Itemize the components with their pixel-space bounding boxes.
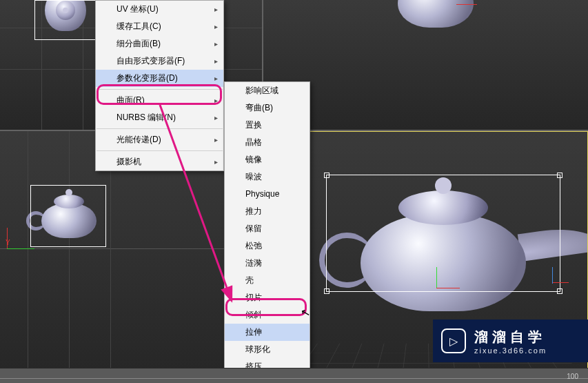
submenu-item-stretch[interactable]: 拉伸 [225, 324, 310, 341]
menu-item-label: 切片 [245, 293, 262, 302]
parametric-deformers-submenu[interactable]: 影响区域 弯曲(B) 置换 晶格 镜像 噪波 Physique 推力 保留 松弛… [224, 81, 310, 383]
menu-item-label: 摄影机 [116, 157, 141, 166]
timeline-tick: 100 [567, 373, 578, 380]
menu-separator [97, 128, 223, 129]
submenu-item-displace[interactable]: 置换 [225, 117, 310, 134]
app-stage: Y UV 坐标(U) 缓存工具(C) 细分曲面(B) 自由形式变形器(F) 参数… [0, 0, 588, 383]
menu-item-subdiv[interactable]: 细分曲面(B) [96, 35, 223, 52]
submenu-item-preserve[interactable]: 保留 [225, 220, 310, 237]
watermark: ▷ 溜溜自学 zixue.3d66.com [433, 320, 588, 362]
menu-item-label: Physique [245, 189, 279, 199]
submenu-item-relax[interactable]: 松弛 [225, 237, 310, 255]
timeline[interactable]: 100 [0, 368, 588, 383]
submenu-item-mirror[interactable]: 镜像 [225, 151, 310, 168]
menu-item-label: 缓存工具(C) [116, 21, 161, 31]
menu-item-cache-tools[interactable]: 缓存工具(C) [96, 18, 223, 35]
menu-item-label: 倾斜 [245, 310, 262, 320]
menu-item-ffd[interactable]: 自由形式变形器(F) [96, 52, 223, 70]
menu-item-label: 保留 [245, 224, 262, 233]
play-icon: ▷ [441, 328, 466, 353]
submenu-item-slice[interactable]: 切片 [225, 289, 310, 306]
selection-frame [34, 0, 97, 40]
menu-item-label: 参数化变形器(D) [116, 73, 178, 83]
menu-item-label: 推力 [245, 206, 262, 216]
menu-item-label: 细分曲面(B) [116, 39, 161, 48]
menu-item-label: UV 坐标(U) [116, 4, 159, 14]
menu-item-uv[interactable]: UV 坐标(U) [96, 1, 223, 18]
menu-item-label: NURBS 编辑(N) [116, 112, 176, 122]
selection-bounds [326, 175, 560, 292]
menu-item-label: 曲面(R) [116, 95, 145, 105]
submenu-item-noise[interactable]: 噪波 [225, 168, 310, 186]
watermark-url: zixue.3d66.com [474, 346, 547, 355]
menu-item-nurbs[interactable]: NURBS 编辑(N) [96, 109, 223, 126]
menu-item-label: 松弛 [245, 241, 262, 251]
modifier-menu[interactable]: UV 坐标(U) 缓存工具(C) 细分曲面(B) 自由形式变形器(F) 参数化变… [95, 0, 224, 171]
menu-item-label: 自由形式变形器(F) [116, 56, 185, 66]
submenu-item-ripple[interactable]: 涟漪 [225, 255, 310, 272]
menu-item-label: 晶格 [245, 137, 262, 147]
submenu-item-skew[interactable]: 倾斜 [225, 306, 310, 324]
menu-separator [97, 89, 223, 90]
menu-item-label: 拉伸 [245, 327, 262, 337]
submenu-item-spherify[interactable]: 球形化 [225, 341, 310, 358]
selection-frame [30, 185, 106, 247]
submenu-item-physique[interactable]: Physique [225, 186, 310, 203]
submenu-item-shell[interactable]: 壳 [225, 272, 310, 289]
menu-item-radiosity[interactable]: 光能传递(D) [96, 131, 223, 148]
watermark-brand: 溜溜自学 [474, 328, 547, 346]
menu-item-surface[interactable]: 曲面(R) [96, 92, 223, 109]
menu-item-label: 置换 [245, 120, 262, 130]
menu-item-label: 镜像 [245, 155, 262, 164]
viewport-front[interactable] [263, 0, 588, 130]
menu-item-label: 球形化 [245, 344, 270, 354]
submenu-item-affect-region[interactable]: 影响区域 [225, 82, 310, 99]
menu-item-label: 涟漪 [245, 258, 262, 268]
axis-y-label: Y [6, 239, 10, 246]
menu-item-label: 噪波 [245, 172, 262, 181]
submenu-item-push[interactable]: 推力 [225, 203, 310, 220]
menu-item-label: 弯曲(B) [245, 103, 273, 112]
menu-item-label: 光能传递(D) [116, 135, 161, 144]
menu-separator [97, 150, 223, 151]
menu-item-label: 壳 [245, 275, 254, 285]
submenu-item-lattice[interactable]: 晶格 [225, 134, 310, 151]
menu-item-label: 影响区域 [245, 86, 278, 95]
menu-item-camera[interactable]: 摄影机 [96, 153, 223, 170]
submenu-item-bend[interactable]: 弯曲(B) [225, 99, 310, 117]
menu-item-parametric-deformers[interactable]: 参数化变形器(D) [96, 70, 223, 87]
